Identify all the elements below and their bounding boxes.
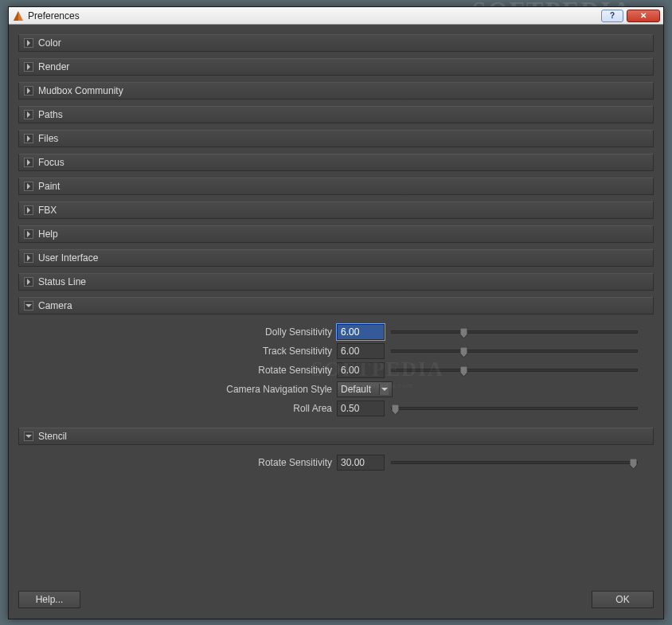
content-area: Color Render Mudbox Community Paths File… (9, 25, 663, 619)
titlebar: Preferences ? ✕ (9, 7, 663, 25)
dropdown-value: Default (341, 384, 371, 395)
row-roll-area: Roll Area (18, 399, 654, 418)
chevron-down-icon (24, 432, 33, 441)
chevron-right-icon (24, 182, 33, 191)
rotate-sensitivity-slider[interactable] (391, 365, 654, 376)
chevron-down-icon (24, 301, 33, 311)
section-label: Files (38, 133, 58, 144)
chevron-right-icon (24, 110, 33, 119)
section-label: Help (38, 229, 58, 240)
help-button[interactable]: Help... (18, 591, 80, 608)
section-camera-body: Dolly Sensitivity Track Sensitivity (18, 318, 654, 428)
section-label: Status Line (38, 276, 86, 287)
chevron-right-icon (24, 205, 33, 215)
rotate-sensitivity-input[interactable] (337, 362, 385, 378)
chevron-right-icon (24, 253, 33, 263)
section-paths[interactable]: Paths (18, 106, 654, 123)
window-title: Preferences (28, 10, 598, 21)
ok-button[interactable]: OK (592, 591, 654, 608)
dolly-sensitivity-label: Dolly Sensitivity (18, 326, 337, 338)
track-sensitivity-input[interactable] (337, 343, 385, 359)
stencil-rotate-sensitivity-label: Rotate Sensitivity (18, 457, 337, 468)
slider-thumb-icon[interactable] (460, 347, 467, 357)
dolly-sensitivity-input[interactable] (337, 324, 385, 340)
section-files[interactable]: Files (18, 130, 654, 147)
section-stencil-body: Rotate Sensitivity (18, 448, 654, 482)
section-label: Paint (38, 181, 60, 192)
roll-area-label: Roll Area (18, 403, 337, 414)
chevron-right-icon (24, 62, 33, 72)
row-camera-nav-style: Camera Navigation Style Default (18, 380, 654, 399)
section-help[interactable]: Help (18, 225, 654, 243)
chevron-right-icon (24, 229, 33, 239)
section-label: Color (38, 37, 61, 49)
section-status-line[interactable]: Status Line (18, 273, 654, 291)
section-camera[interactable]: Camera (18, 297, 654, 314)
slider-thumb-icon[interactable] (630, 459, 637, 469)
section-label: Render (38, 61, 69, 72)
track-sensitivity-label: Track Sensitivity (18, 346, 337, 357)
camera-nav-style-dropdown[interactable]: Default (337, 381, 393, 397)
row-dolly-sensitivity: Dolly Sensitivity (18, 322, 654, 342)
stencil-rotate-sensitivity-slider[interactable] (391, 457, 654, 468)
section-label: Stencil (38, 431, 67, 442)
track-sensitivity-slider[interactable] (391, 346, 654, 357)
dialog-footer: Help... OK (18, 585, 654, 609)
row-rotate-sensitivity: Rotate Sensitivity (18, 361, 654, 380)
section-label: User Interface (38, 252, 98, 264)
section-focus[interactable]: Focus (18, 154, 654, 171)
section-color[interactable]: Color (18, 34, 654, 52)
stencil-rotate-sensitivity-input[interactable] (337, 455, 385, 471)
section-label: Camera (38, 300, 72, 311)
section-label: Focus (38, 157, 64, 168)
dolly-sensitivity-slider[interactable] (391, 326, 654, 338)
slider-thumb-icon[interactable] (460, 366, 467, 377)
section-user-interface[interactable]: User Interface (18, 249, 654, 267)
row-stencil-rotate-sensitivity: Rotate Sensitivity (18, 453, 654, 472)
chevron-right-icon (24, 277, 33, 287)
section-label: Paths (38, 109, 63, 120)
section-render[interactable]: Render (18, 58, 654, 76)
section-paint[interactable]: Paint (18, 178, 654, 195)
titlebar-close-button[interactable]: ✕ (627, 10, 660, 22)
chevron-right-icon (24, 38, 33, 48)
chevron-down-icon (379, 384, 389, 395)
section-stencil[interactable]: Stencil (18, 428, 654, 445)
section-label: FBX (38, 205, 57, 216)
section-mudbox-community[interactable]: Mudbox Community (18, 82, 654, 100)
slider-thumb-icon[interactable] (460, 328, 467, 338)
chevron-right-icon (24, 86, 33, 96)
section-list: Color Render Mudbox Community Paths File… (18, 34, 654, 585)
camera-nav-style-label: Camera Navigation Style (18, 384, 337, 395)
chevron-right-icon (24, 158, 33, 167)
slider-thumb-icon[interactable] (392, 404, 399, 415)
preferences-dialog: Preferences ? ✕ Color Render Mudbox Comm… (8, 6, 664, 619)
row-track-sensitivity: Track Sensitivity (18, 342, 654, 361)
titlebar-help-button[interactable]: ? (601, 10, 623, 22)
section-fbx[interactable]: FBX (18, 201, 654, 219)
section-label: Mudbox Community (38, 85, 123, 96)
chevron-right-icon (24, 134, 33, 143)
roll-area-input[interactable] (337, 400, 385, 416)
app-icon (12, 10, 25, 22)
rotate-sensitivity-label: Rotate Sensitivity (18, 365, 337, 376)
roll-area-slider[interactable] (391, 403, 654, 414)
